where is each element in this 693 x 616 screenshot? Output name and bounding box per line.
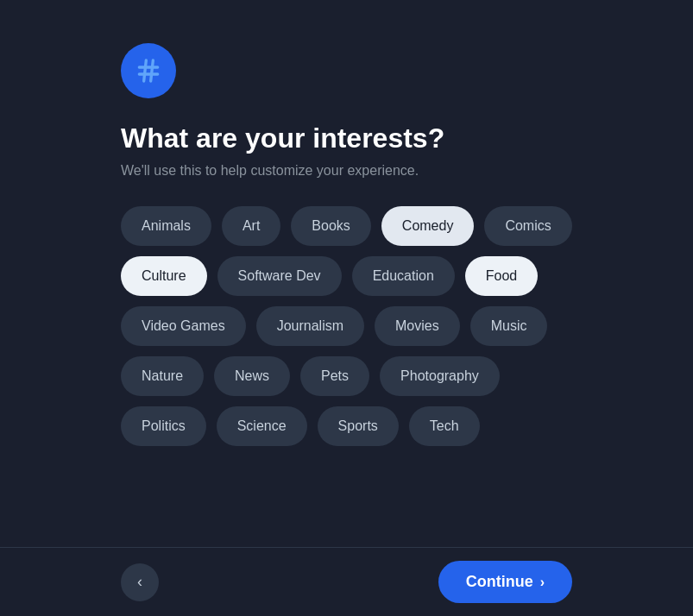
chevron-left-icon: ‹ xyxy=(137,573,142,591)
interest-chip[interactable]: Comedy xyxy=(381,206,475,246)
hash-icon xyxy=(135,57,162,85)
interest-chip[interactable]: Journalism xyxy=(256,306,364,346)
interest-chip[interactable]: Photography xyxy=(380,356,500,396)
interests-grid: AnimalsArtBooksComedyComicsCultureSoftwa… xyxy=(121,206,572,446)
interest-chip[interactable]: Pets xyxy=(300,356,369,396)
interest-chip[interactable]: Politics xyxy=(121,406,206,446)
svg-line-2 xyxy=(144,60,147,81)
interest-chip[interactable]: Video Games xyxy=(121,306,246,346)
interest-chip[interactable]: Art xyxy=(222,206,280,246)
interest-chip[interactable]: Science xyxy=(217,406,307,446)
page-subtitle: We'll use this to help customize your ex… xyxy=(121,163,419,179)
bottom-bar: ‹ Continue › xyxy=(0,547,693,616)
interest-chip[interactable]: Comics xyxy=(484,206,571,246)
continue-label: Continue xyxy=(466,573,533,591)
interest-chip[interactable]: News xyxy=(214,356,290,396)
interest-chip[interactable]: Books xyxy=(291,206,370,246)
chevron-right-icon: › xyxy=(540,575,545,590)
interest-chip[interactable]: Nature xyxy=(121,356,204,396)
interest-chip[interactable]: Tech xyxy=(409,406,480,446)
interest-chip[interactable]: Culture xyxy=(121,256,207,296)
logo-circle xyxy=(121,43,176,98)
svg-line-3 xyxy=(151,60,154,81)
interest-chip[interactable]: Animals xyxy=(121,206,211,246)
back-button[interactable]: ‹ xyxy=(121,563,159,601)
page-title: What are your interests? xyxy=(121,123,444,154)
interest-chip[interactable]: Software Dev xyxy=(217,256,342,296)
interest-chip[interactable]: Movies xyxy=(375,306,460,346)
interest-chip[interactable]: Sports xyxy=(318,406,399,446)
interest-chip[interactable]: Education xyxy=(352,256,455,296)
interest-chip[interactable]: Music xyxy=(470,306,548,346)
interest-chip[interactable]: Food xyxy=(465,256,538,296)
continue-button[interactable]: Continue › xyxy=(438,561,572,603)
